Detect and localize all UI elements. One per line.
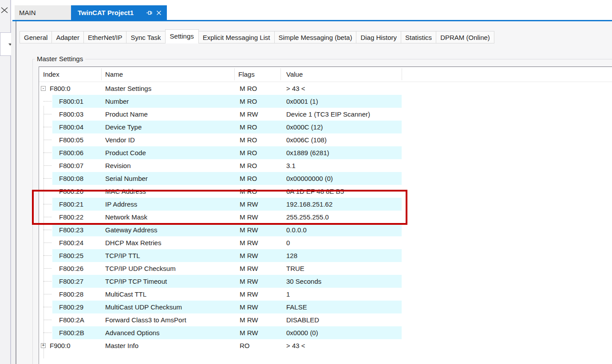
cell-index: F800:05 <box>59 133 83 146</box>
cell-name: TCP/IP TCP Timeout <box>105 275 167 288</box>
document-tab-twincat-project1[interactable]: TwinCAT Project1 <box>71 5 167 20</box>
table-row[interactable]: F800:2B Advanced Options M RW 0x0000 (0) <box>39 326 612 339</box>
cell-name: TCP/IP TTL <box>105 249 140 262</box>
column-divider[interactable] <box>101 68 102 80</box>
cell-flags: RO <box>240 339 250 352</box>
table-row[interactable]: F800:23 Gateway Address M RW 0.0.0.0 <box>39 223 612 236</box>
table-row[interactable]: F800:28 MultiCast TTL M RW 1 <box>39 288 612 301</box>
close-icon[interactable] <box>156 10 162 16</box>
document-edge-line <box>16 21 16 364</box>
column-divider[interactable] <box>234 68 235 80</box>
table-row[interactable]: F800:27 TCP/IP TCP Timeout M RW 30 Secon… <box>39 275 612 288</box>
cell-flags: M RW <box>240 275 258 288</box>
table-row[interactable]: + F900:0 Master Info RO > 43 < <box>39 339 612 352</box>
groupbox-label: Master Settings <box>35 55 85 63</box>
document-tab-label: TwinCAT Project1 <box>78 9 134 16</box>
tree-branch-line <box>43 114 51 114</box>
tree-branch-line <box>43 140 51 140</box>
cell-value: 0.0.0.0 <box>286 223 307 236</box>
tab-dpram-online[interactable]: DPRAM (Online) <box>436 31 494 43</box>
tab-explicit-messaging-list[interactable]: Explicit Messaging List <box>198 31 275 43</box>
cell-flags: M RO <box>240 133 257 146</box>
table-row[interactable]: F800:08 Serial Number M RO 0x00000000 (0… <box>39 172 612 185</box>
column-divider[interactable] <box>402 68 402 80</box>
table-row[interactable]: F800:03 Product Name M RW Device 1 (TC3 … <box>39 108 612 121</box>
tree-branch-line <box>43 101 51 102</box>
column-header-flags[interactable]: Flags <box>238 67 255 82</box>
cell-name: Network Mask <box>105 211 147 223</box>
table-row[interactable]: F800:24 DHCP Max Retries M RW 0 <box>39 236 612 249</box>
cell-flags: M RO <box>240 172 257 185</box>
cell-name: Serial Number <box>105 172 148 185</box>
column-header-value[interactable]: Value <box>286 67 303 82</box>
cell-index: F800:22 <box>59 211 83 223</box>
table-row[interactable]: F800:22 Network Mask M RW 255.255.255.0 <box>39 211 612 223</box>
master-settings-table: Index Name Flags Value - F800:0 Master S… <box>39 67 612 364</box>
cell-name: Vendor ID <box>105 133 135 146</box>
tab-diag-history[interactable]: Diag History <box>356 31 401 43</box>
cell-name: Forward Class3 to AmsPort <box>105 313 186 326</box>
document-tab-main[interactable]: MAIN <box>15 5 71 20</box>
tab-sync-task[interactable]: Sync Task <box>126 31 165 43</box>
cell-index: F800:28 <box>59 288 83 301</box>
panel-close-icon[interactable] <box>0 6 8 14</box>
table-row[interactable]: F800:25 TCP/IP TTL M RW 128 <box>39 249 612 262</box>
table-row[interactable]: F800:29 MultiCast UDP Checksum M RW FALS… <box>39 301 612 313</box>
tab-statistics[interactable]: Statistics <box>401 31 436 43</box>
cell-flags: M RW <box>240 313 258 326</box>
cell-value: 30 Seconds <box>286 275 321 288</box>
table-row[interactable]: F800:20 MAC Address M RO 6A 1D EF 48 8E … <box>39 185 612 198</box>
cell-index: F900:0 <box>50 339 71 352</box>
tab-simple-messaging-beta[interactable]: Simple Messaging (beta) <box>274 31 357 43</box>
cell-flags: M RW <box>240 223 258 236</box>
cell-value: 0x000C (12) <box>286 121 323 133</box>
column-header-name[interactable]: Name <box>105 67 123 82</box>
table-row[interactable]: F800:05 Vendor ID M RO 0x006C (108) <box>39 133 612 146</box>
tab-adapter[interactable]: Adapter <box>51 31 84 43</box>
cell-flags: M RW <box>240 249 258 262</box>
tree-branch-line <box>43 268 51 269</box>
cell-index: F800:23 <box>59 223 83 236</box>
document-tab-label: MAIN <box>19 9 36 16</box>
table-row[interactable]: F800:26 TCP/IP UDP Checksum M RW TRUE <box>39 262 612 275</box>
cell-name: Product Name <box>105 108 148 121</box>
tree-branch-line <box>43 281 51 282</box>
cell-index: F800:2B <box>59 326 84 339</box>
cell-value: 0 <box>286 236 290 249</box>
column-header-index[interactable]: Index <box>43 67 59 82</box>
cell-index: F800:2A <box>59 313 84 326</box>
table-row[interactable]: F800:2A Forward Class3 to AmsPort M RW D… <box>39 313 612 326</box>
cell-name: Master Settings <box>105 82 151 95</box>
tree-expander-icon[interactable]: + <box>41 343 46 348</box>
table-row[interactable]: F800:21 IP Address M RW 192.168.251.62 <box>39 198 612 211</box>
cell-name: IP Address <box>105 198 137 211</box>
cell-index: F800:27 <box>59 275 83 288</box>
cell-name: Number <box>105 95 129 108</box>
cell-flags: M RW <box>240 211 258 223</box>
cell-value: FALSE <box>286 301 307 313</box>
cell-name: Advanced Options <box>105 326 160 339</box>
table-row[interactable]: F800:06 Product Code M RO 0x1889 (6281) <box>39 146 612 159</box>
table-row[interactable]: F800:04 Device Type M RO 0x000C (12) <box>39 121 612 133</box>
twincat-window: MAIN TwinCAT Project1 GeneralAdapterEthe… <box>0 0 612 364</box>
table-row[interactable]: - F800:0 Master Settings M RO > 43 < <box>39 82 612 95</box>
tab-settings[interactable]: Settings <box>165 29 199 43</box>
cell-value: 0x00000000 (0) <box>286 172 333 185</box>
cell-value: 192.168.251.62 <box>286 198 332 211</box>
table-header-row: Index Name Flags Value <box>39 67 612 82</box>
tab-general[interactable]: General <box>20 31 52 43</box>
column-divider[interactable] <box>280 68 281 80</box>
cell-index: F800:24 <box>59 236 83 249</box>
tab-ethernet-ip[interactable]: EtherNet/IP <box>83 31 127 43</box>
pin-icon[interactable] <box>146 10 152 16</box>
groupbox-border-top <box>32 59 612 59</box>
dock-gap <box>11 21 16 364</box>
table-row[interactable]: F800:07 Revision M RO 3.1 <box>39 159 612 172</box>
cell-index: F800:08 <box>59 172 83 185</box>
tree-expander-icon[interactable]: - <box>41 86 46 91</box>
cell-flags: M RW <box>240 108 258 121</box>
cell-value: 128 <box>286 249 297 262</box>
table-row[interactable]: F800:01 Number M RO 0x0001 (1) <box>39 95 612 108</box>
tree-branch-line <box>43 255 51 256</box>
cell-flags: M RO <box>240 121 257 133</box>
